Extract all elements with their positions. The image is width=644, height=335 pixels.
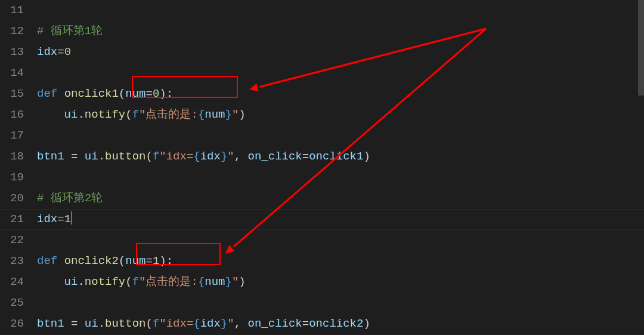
code-content[interactable]: idx=1 xyxy=(37,209,72,230)
token-var: ui xyxy=(64,275,78,288)
token-punct: ( xyxy=(125,275,132,288)
line-number: 26 xyxy=(0,314,37,334)
token-punct: ( xyxy=(119,254,125,268)
token-brace: } xyxy=(225,275,232,288)
token-kw: def xyxy=(37,254,57,268)
token-var: num xyxy=(125,254,145,268)
code-line[interactable]: 20# 循环第2轮 xyxy=(0,188,644,209)
token-kw: f xyxy=(153,150,159,163)
token-var: ui xyxy=(85,150,98,163)
code-line[interactable]: 12# 循环第1轮 xyxy=(0,21,644,42)
code-content[interactable]: btn1 = ui.button(f"idx={idx}", on_click=… xyxy=(37,314,370,334)
token-punct: . xyxy=(98,150,105,163)
token-punct: ) xyxy=(363,317,370,330)
code-content[interactable]: # 循环第2轮 xyxy=(37,188,103,209)
token-var: ui xyxy=(64,108,78,121)
token-str: "点击的是: xyxy=(139,275,198,288)
token-op: = xyxy=(71,150,78,163)
token-punct: . xyxy=(98,317,105,330)
line-number: 11 xyxy=(0,0,37,21)
token-num: 0 xyxy=(153,87,159,100)
line-number: 22 xyxy=(0,230,37,251)
scrollbar-track[interactable] xyxy=(636,0,644,335)
token-kw: def xyxy=(37,87,57,100)
line-number: 16 xyxy=(0,105,37,125)
token-kw: f xyxy=(153,317,159,330)
code-content[interactable]: def onclick2(num=1): xyxy=(37,251,173,272)
code-content[interactable]: idx=0 xyxy=(37,42,71,63)
code-line[interactable]: 23def onclick2(num=1): xyxy=(0,251,644,272)
code-content[interactable]: ui.notify(f"点击的是:{num}") xyxy=(37,105,246,125)
token-punct: ): xyxy=(159,87,173,100)
token-var: idx xyxy=(37,213,57,226)
token-op: = xyxy=(145,87,152,100)
token-fn: button xyxy=(105,317,145,330)
code-line[interactable]: 18btn1 = ui.button(f"idx={idx}", on_clic… xyxy=(0,146,644,167)
token-str: " xyxy=(232,275,239,288)
line-number: 13 xyxy=(0,42,37,63)
code-line[interactable]: 21idx=1 xyxy=(0,209,644,230)
line-number: 17 xyxy=(0,125,37,146)
line-number: 24 xyxy=(0,272,37,293)
token-punct: , xyxy=(234,150,248,163)
token-str: " xyxy=(227,317,234,330)
token-var: idx xyxy=(37,45,57,59)
token-fn: button xyxy=(105,150,145,163)
code-content[interactable]: def onclick1(num=0): xyxy=(37,84,173,105)
token-str: "idx= xyxy=(159,150,193,163)
token-str: " xyxy=(227,150,234,163)
token-str: "idx= xyxy=(159,317,193,330)
token-brace: { xyxy=(193,150,200,163)
token-op: = xyxy=(71,317,78,330)
code-line[interactable]: 25 xyxy=(0,293,644,314)
token-str: "点击的是: xyxy=(139,108,198,121)
code-content[interactable]: ui.notify(f"点击的是:{num}") xyxy=(37,272,246,293)
token-punct: ) xyxy=(239,108,245,121)
code-line[interactable]: 22 xyxy=(0,230,644,251)
token-brace: } xyxy=(221,150,227,163)
code-line[interactable]: 16 ui.notify(f"点击的是:{num}") xyxy=(0,105,644,125)
code-line[interactable]: 11 xyxy=(0,0,644,21)
token-kw: f xyxy=(132,108,139,121)
line-number: 21 xyxy=(0,209,37,230)
scrollbar-thumb[interactable] xyxy=(638,0,644,96)
line-number: 15 xyxy=(0,84,37,105)
token-punct: ) xyxy=(363,150,370,163)
code-editor[interactable]: 1112# 循环第1轮13idx=01415def onclick1(num=0… xyxy=(0,0,644,335)
token-var: on_click xyxy=(248,150,302,163)
token-var: idx xyxy=(200,150,221,163)
token-op: = xyxy=(302,317,309,330)
token-fn: onclick2 xyxy=(64,254,119,268)
token-punct: . xyxy=(78,275,84,288)
token-fn: notify xyxy=(85,275,125,288)
code-line[interactable]: 24 ui.notify(f"点击的是:{num}") xyxy=(0,272,644,293)
line-number: 12 xyxy=(0,21,37,42)
line-number: 25 xyxy=(0,293,37,314)
token-var: btn1 xyxy=(37,150,64,163)
token-brace: { xyxy=(193,317,200,330)
code-content[interactable]: # 循环第1轮 xyxy=(37,21,103,42)
code-line[interactable]: 19 xyxy=(0,167,644,188)
code-line[interactable]: 17 xyxy=(0,125,644,146)
token-brace: { xyxy=(198,275,205,288)
token-punct: ( xyxy=(125,108,132,121)
token-var: idx xyxy=(200,317,221,330)
token-punct: ): xyxy=(159,254,173,268)
line-number: 18 xyxy=(0,146,37,167)
token-brace: } xyxy=(221,317,227,330)
token-op: = xyxy=(302,150,309,163)
token-fn: notify xyxy=(85,108,125,121)
code-line[interactable]: 26btn1 = ui.button(f"idx={idx}", on_clic… xyxy=(0,314,644,334)
code-line[interactable]: 13idx=0 xyxy=(0,42,644,63)
token-var: on_click xyxy=(248,317,302,330)
token-brace: } xyxy=(225,108,232,121)
code-line[interactable]: 14 xyxy=(0,63,644,84)
line-number: 20 xyxy=(0,188,37,209)
line-number: 14 xyxy=(0,63,37,84)
token-fn: onclick1 xyxy=(64,87,119,100)
code-content[interactable]: btn1 = ui.button(f"idx={idx}", on_click=… xyxy=(37,146,370,167)
code-line[interactable]: 15def onclick1(num=0): xyxy=(0,84,644,105)
token-kw: f xyxy=(132,275,139,288)
token-op: = xyxy=(145,254,152,268)
token-str: " xyxy=(232,108,239,121)
